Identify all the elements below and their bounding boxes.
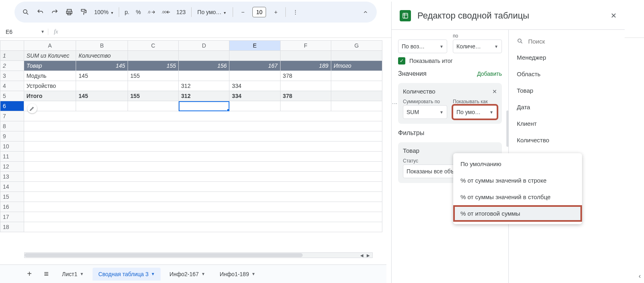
row-header[interactable]: 2 — [0, 61, 24, 71]
scrollbar-thumb[interactable] — [506, 110, 508, 147]
cell[interactable] — [24, 172, 382, 182]
cell[interactable]: Итого — [24, 91, 76, 101]
cell[interactable]: 312 — [179, 91, 229, 101]
horizontal-scrollbar[interactable]: ◀ ▶ — [24, 252, 373, 258]
col-header-d[interactable]: D — [179, 41, 229, 51]
col-header-a[interactable]: A — [24, 41, 76, 51]
row-header[interactable]: 10 — [0, 142, 24, 152]
tab-pivot3[interactable]: Сводная таблица 3▼ — [93, 268, 161, 281]
cell[interactable]: 145 — [76, 71, 128, 81]
undo-icon[interactable] — [34, 6, 47, 19]
scroll-right-icon[interactable]: ▶ — [365, 253, 372, 258]
row-header[interactable]: 13 — [0, 172, 24, 182]
increase-font-icon[interactable]: + — [269, 6, 282, 19]
cell[interactable] — [24, 182, 382, 192]
col-header-c[interactable]: C — [128, 41, 178, 51]
cell[interactable] — [76, 81, 128, 91]
cell[interactable]: 334 — [229, 81, 280, 91]
show-totals-checkbox[interactable]: ✓ Показывать итог — [398, 57, 502, 65]
cell[interactable] — [24, 111, 382, 121]
percent-button[interactable]: % — [134, 9, 143, 15]
cell[interactable]: 167 — [229, 61, 280, 71]
row-header[interactable]: 11 — [0, 152, 24, 162]
search-icon[interactable] — [19, 6, 32, 19]
field-item[interactable]: Область — [517, 66, 621, 82]
tab-sheet1[interactable]: Лист1▼ — [56, 268, 89, 281]
cell[interactable]: 155 — [128, 61, 178, 71]
menu-item-pct-col[interactable]: % от суммы значений в столбце — [453, 189, 582, 205]
col-header-g[interactable]: G — [331, 41, 382, 51]
sort-order-select[interactable]: По воз… ▼ — [398, 40, 447, 53]
add-value-button[interactable]: Добавить — [477, 71, 502, 77]
cell[interactable]: 378 — [280, 71, 331, 81]
menu-item-default[interactable]: По умолчанию — [453, 156, 582, 172]
row-header[interactable]: 14 — [0, 182, 24, 192]
cell[interactable]: SUM из Количес — [24, 51, 76, 61]
cell[interactable] — [280, 101, 331, 111]
tab-info1[interactable]: Инфо1-189▼ — [214, 268, 261, 281]
cell[interactable]: 334 — [229, 91, 280, 101]
cell[interactable] — [128, 51, 178, 61]
row-header[interactable]: 12 — [0, 162, 24, 172]
tab-info2[interactable]: Инфо2-167▼ — [164, 268, 211, 281]
cell[interactable] — [280, 81, 331, 91]
cell[interactable] — [280, 51, 331, 61]
sort-by-select[interactable]: Количе… ▼ — [453, 40, 502, 53]
font-select[interactable]: По умо… — [195, 9, 229, 15]
paint-format-icon[interactable] — [77, 6, 90, 19]
cell[interactable] — [24, 222, 382, 232]
field-search-input[interactable] — [527, 37, 621, 45]
cell[interactable] — [24, 152, 382, 162]
close-icon[interactable]: ✕ — [611, 11, 617, 20]
cell[interactable]: 378 — [280, 91, 331, 101]
cell[interactable] — [229, 71, 280, 81]
field-item[interactable]: Менеджер — [517, 49, 621, 66]
row-header[interactable]: 18 — [0, 222, 24, 232]
cell[interactable] — [24, 202, 382, 212]
cell[interactable] — [331, 91, 382, 101]
col-header-e[interactable]: E — [229, 41, 280, 51]
cell[interactable]: Итого — [331, 61, 382, 71]
decrease-decimals-icon[interactable]: .0 — [145, 6, 158, 19]
row-header[interactable]: 4 — [0, 81, 24, 91]
cell[interactable]: Модуль — [24, 71, 76, 81]
cell[interactable]: Количество — [76, 51, 128, 61]
cell[interactable] — [24, 142, 382, 152]
cell[interactable] — [331, 71, 382, 81]
menu-item-pct-row[interactable]: % от суммы значений в строке — [453, 172, 582, 189]
cell[interactable]: 145 — [76, 61, 128, 71]
row-header[interactable]: 8 — [0, 121, 24, 131]
field-item[interactable]: Товар — [517, 82, 621, 99]
field-item[interactable]: Количество — [517, 132, 621, 148]
select-all-corner[interactable] — [0, 41, 24, 51]
redo-icon[interactable] — [48, 6, 61, 19]
name-box[interactable]: E6 ▼ — [0, 29, 48, 35]
row-header[interactable]: 15 — [0, 192, 24, 202]
drag-handle-icon[interactable]: ⋮ — [392, 101, 398, 107]
spreadsheet-grid[interactable]: A B C D E F G 1 SUM из Количес Количеств… — [0, 40, 382, 258]
collapse-toolbar-icon[interactable] — [359, 6, 372, 19]
field-item[interactable]: Клиент — [517, 115, 621, 132]
font-size-input[interactable] — [252, 7, 266, 17]
print-icon[interactable] — [63, 6, 76, 19]
field-item[interactable]: Дата — [517, 99, 621, 115]
col-header-b[interactable]: B — [76, 41, 128, 51]
row-header[interactable]: 3 — [0, 71, 24, 81]
cell[interactable] — [24, 212, 382, 222]
cell[interactable] — [331, 81, 382, 91]
cell[interactable] — [76, 101, 128, 111]
cell[interactable]: Товар — [24, 61, 76, 71]
more-icon[interactable]: ⋮ — [289, 6, 302, 19]
currency-button[interactable]: р. — [122, 9, 132, 15]
col-header-f[interactable]: F — [280, 41, 331, 51]
row-header[interactable]: 17 — [0, 212, 24, 222]
field-search[interactable] — [517, 33, 621, 49]
cell[interactable] — [229, 51, 280, 61]
number-format-button[interactable]: 123 — [174, 9, 188, 15]
cell[interactable] — [24, 131, 382, 142]
cell[interactable] — [24, 192, 382, 202]
row-header[interactable]: 5 — [0, 91, 24, 101]
cell[interactable]: 145 — [76, 91, 128, 101]
cell[interactable] — [179, 71, 229, 81]
collapse-right-icon[interactable]: ‹ — [639, 273, 641, 280]
